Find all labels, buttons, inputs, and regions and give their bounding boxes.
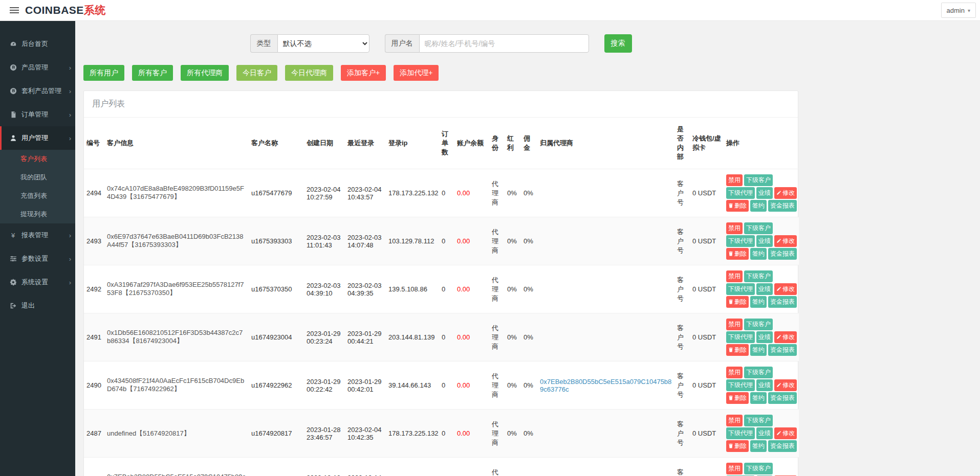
action-下级客户-button[interactable]: 下级客户 (744, 319, 773, 330)
cell-agent (537, 265, 674, 313)
action-禁用-button[interactable]: 禁用 (726, 415, 743, 426)
action-下级客户-button[interactable]: 下级客户 (744, 222, 773, 234)
action-资金报表-button[interactable]: 资金报表 (768, 248, 797, 260)
sidebar-item-8[interactable]: 退出 (0, 294, 75, 318)
action-下级代理-button[interactable]: 下级代理 (726, 427, 755, 439)
sidebar-item-3[interactable]: 订单管理› (0, 103, 75, 126)
action-禁用-button[interactable]: 禁用 (726, 367, 743, 378)
cell-id: 2490 (84, 361, 104, 410)
sidebar-item-1[interactable]: 产品管理› (0, 56, 75, 79)
action-业绩-button[interactable]: 业绩 (756, 427, 773, 439)
filter-button-2[interactable]: 所有代理商 (181, 65, 229, 81)
filter-button-5[interactable]: 添加客户+ (341, 65, 386, 81)
username-input[interactable] (419, 34, 589, 53)
action-下级代理-button[interactable]: 下级代理 (726, 379, 755, 391)
action-删除-button[interactable]: 删除 (726, 344, 749, 356)
column-header-2: 客户名称 (249, 118, 304, 169)
sidebar-subitem-1[interactable]: 我的团队 (0, 168, 75, 187)
sidebar-item-7[interactable]: 系统设置› (0, 270, 75, 294)
action-删除-button[interactable]: 删除 (726, 392, 749, 404)
action-禁用-button[interactable]: 禁用 (726, 174, 743, 186)
filter-button-1[interactable]: 所有客户 (132, 65, 173, 81)
action-禁用-button[interactable]: 禁用 (726, 463, 743, 474)
action-修改-button[interactable]: 修改 (774, 283, 797, 295)
sidebar-item-4[interactable]: 用户管理› (0, 126, 75, 150)
column-header-8: 身份 (489, 118, 505, 169)
type-label: 类型 (250, 34, 277, 53)
sidebar-item-label: 套利产品管理 (21, 86, 61, 96)
logo-accent: 系统 (84, 4, 106, 16)
action-业绩-button[interactable]: 业绩 (756, 235, 773, 247)
action-删除-button[interactable]: 删除 (726, 440, 749, 452)
action-资金报表-button[interactable]: 资金报表 (768, 296, 797, 308)
search-button[interactable]: 搜索 (604, 34, 632, 53)
cell-identity: 代理商 (489, 361, 505, 410)
action-修改-button[interactable]: 修改 (774, 235, 797, 247)
sidebar-item-5[interactable]: ¥报表管理› (0, 223, 75, 247)
action-下级客户-button[interactable]: 下级客户 (744, 270, 773, 282)
action-签约-button[interactable]: 签约 (750, 296, 767, 308)
sidebar-subitem-0[interactable]: 客户列表 (0, 150, 75, 168)
action-修改-button[interactable]: 修改 (774, 187, 797, 199)
sidebar-item-6[interactable]: 参数设置› (0, 247, 75, 270)
table-row: 24910x1Db56E1608210512F16F3D53b44387c2c7… (84, 313, 799, 361)
action-资金报表-button[interactable]: 资金报表 (768, 200, 797, 212)
type-select[interactable]: 默认不选 (277, 34, 369, 53)
table-row: 24850x7EBeb2B80D55bC5eE515a079C10475b89c… (84, 458, 799, 476)
action-业绩-button[interactable]: 业绩 (756, 379, 773, 391)
action-修改-button[interactable]: 修改 (774, 331, 797, 343)
sidebar-subitem-2[interactable]: 充值列表 (0, 187, 75, 205)
cell-login-ip: 139.5.108.86 (386, 265, 439, 313)
action-label: 删除 (734, 298, 747, 306)
action-删除-button[interactable]: 删除 (726, 296, 749, 308)
column-header-1: 客户信息 (104, 118, 249, 169)
username-filter-group: 用户名 (385, 34, 589, 53)
action-修改-button[interactable]: 修改 (774, 427, 797, 439)
filter-button-3[interactable]: 今日客户 (236, 65, 277, 81)
action-禁用-button[interactable]: 禁用 (726, 270, 743, 282)
action-下级客户-button[interactable]: 下级客户 (744, 367, 773, 378)
action-下级客户-button[interactable]: 下级客户 (744, 415, 773, 426)
agent-link[interactable]: 0x7EBeb2B80D55bC5eE515a079C10475b89c6377… (540, 378, 671, 393)
sidebar-item-2[interactable]: 套利产品管理› (0, 79, 75, 103)
action-label: 下级客户 (746, 368, 771, 377)
action-下级代理-button[interactable]: 下级代理 (726, 283, 755, 295)
sidebar-subitem-3[interactable]: 提现列表 (0, 205, 75, 223)
action-签约-button[interactable]: 签约 (750, 392, 767, 404)
filter-button-6[interactable]: 添加代理+ (394, 65, 439, 81)
action-禁用-button[interactable]: 禁用 (726, 319, 743, 330)
action-label: 签约 (752, 394, 765, 402)
action-签约-button[interactable]: 签约 (750, 344, 767, 356)
pencil-icon (776, 430, 781, 437)
action-资金报表-button[interactable]: 资金报表 (768, 440, 797, 452)
action-资金报表-button[interactable]: 资金报表 (768, 392, 797, 404)
filter-button-4[interactable]: 今日代理商 (285, 65, 333, 81)
action-业绩-button[interactable]: 业绩 (756, 187, 773, 199)
sidebar-item-0[interactable]: 后台首页 (0, 32, 75, 56)
menu-toggle-button[interactable] (7, 4, 22, 16)
cell-wallet: 0 USDT (690, 361, 724, 410)
action-业绩-button[interactable]: 业绩 (756, 283, 773, 295)
action-下级客户-button[interactable]: 下级客户 (744, 463, 773, 474)
action-资金报表-button[interactable]: 资金报表 (768, 344, 797, 356)
cell-agent (537, 410, 674, 458)
action-签约-button[interactable]: 签约 (750, 248, 767, 260)
action-下级代理-button[interactable]: 下级代理 (726, 331, 755, 343)
action-签约-button[interactable]: 签约 (750, 440, 767, 452)
action-下级客户-button[interactable]: 下级客户 (744, 174, 773, 186)
action-禁用-button[interactable]: 禁用 (726, 222, 743, 234)
cell-id: 2492 (84, 265, 104, 313)
cell-customer-name: u1670868699 (249, 458, 304, 476)
action-删除-button[interactable]: 删除 (726, 200, 749, 212)
action-删除-button[interactable]: 删除 (726, 248, 749, 260)
cell-agent: 10002399 (537, 458, 674, 476)
cell-created-date: 2023-02-03 11:01:43 (304, 217, 345, 265)
action-下级代理-button[interactable]: 下级代理 (726, 235, 755, 247)
filter-button-0[interactable]: 所有用户 (83, 65, 124, 81)
action-签约-button[interactable]: 签约 (750, 200, 767, 212)
column-header-11: 归属代理商 (537, 118, 674, 169)
action-修改-button[interactable]: 修改 (774, 379, 797, 391)
admin-user-menu[interactable]: admin ▾ (941, 3, 976, 18)
action-业绩-button[interactable]: 业绩 (756, 331, 773, 343)
action-下级代理-button[interactable]: 下级代理 (726, 187, 755, 199)
